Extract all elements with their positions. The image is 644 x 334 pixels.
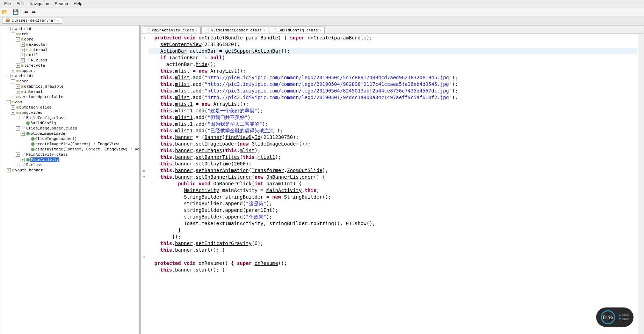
tree-label[interactable]: displayImage(Context, Object, ImageView)…: [35, 147, 140, 151]
collapse-icon[interactable]: −: [7, 27, 11, 31]
open-icon[interactable]: 📂: [1, 9, 8, 15]
network-stats: ▲ 0K/s ▼ 0K/s: [618, 313, 629, 321]
collapse-icon[interactable]: −: [16, 116, 20, 120]
tree-label[interactable]: GlideImageLoader: [30, 131, 67, 136]
class-circle-icon: [26, 121, 30, 125]
expand-icon[interactable]: +: [16, 90, 20, 94]
menu-file[interactable]: File: [2, 1, 13, 7]
separator: [21, 9, 21, 15]
collapse-icon[interactable]: −: [7, 74, 11, 78]
tree-label[interactable]: GlideImageLoader(): [35, 136, 77, 141]
expand-icon[interactable]: +: [11, 69, 15, 73]
tree-label[interactable]: core: [19, 79, 29, 83]
tree-label[interactable]: youth.banner: [15, 168, 43, 172]
separator: [10, 9, 10, 15]
tree-label[interactable]: core: [24, 37, 34, 42]
tree-label[interactable]: internal: [24, 89, 43, 94]
collapse-icon[interactable]: −: [11, 32, 15, 36]
editor-tab-mainactivity[interactable]: 📄MainActivity.class ✕: [143, 27, 201, 34]
expand-icon[interactable]: +: [7, 168, 11, 172]
close-icon[interactable]: ✕: [263, 28, 265, 32]
tree-label[interactable]: bumptech.glide: [19, 105, 52, 110]
tree-label[interactable]: createImageView(Context) : ImageView: [35, 142, 118, 146]
tree-label[interactable]: MainActivity.class: [26, 152, 68, 157]
tree-label[interactable]: com: [15, 100, 22, 104]
jar-tab-label: classes-dex2jar.jar: [12, 18, 56, 23]
close-icon[interactable]: ✕: [319, 28, 321, 32]
editor-tab-glideimageloader[interactable]: 📄GlideImageLoader.class ✕: [201, 27, 268, 34]
fold-icon[interactable]: ⊟: [141, 167, 147, 174]
tree-label[interactable]: androidx: [15, 74, 34, 78]
tree-label[interactable]: executor: [29, 42, 48, 47]
tree-label-selected[interactable]: MainActivity: [30, 157, 59, 162]
class-icon: 📄: [21, 116, 26, 120]
fold-icon[interactable]: ⊟: [141, 253, 147, 260]
system-widget[interactable]: 81% ▲ 0K/s ▼ 0K/s: [596, 307, 634, 327]
package-tree[interactable]: −⊞ android −⊞ arch −⊞ core +⊞ executor +…: [0, 25, 140, 334]
close-icon[interactable]: ✕: [195, 28, 197, 32]
expand-icon[interactable]: +: [21, 58, 25, 62]
menu-navigation[interactable]: Navigation: [27, 1, 51, 7]
tree-label[interactable]: BuildConfig: [30, 121, 56, 125]
fold-gutter[interactable]: ⊟⊟⊟⊟: [141, 34, 147, 334]
fold-icon[interactable]: ⊟: [141, 174, 147, 180]
tree-label[interactable]: support: [19, 68, 35, 73]
code-editor[interactable]: protected void onCreate(Bundle paramBund…: [147, 34, 638, 334]
expand-icon[interactable]: +: [21, 158, 25, 162]
collapse-icon[interactable]: −: [11, 79, 15, 83]
tab-label: BuildConfig.class: [278, 28, 318, 32]
fold-icon[interactable]: ⊟: [141, 35, 147, 41]
class-icon: 📄: [21, 126, 26, 130]
expand-icon[interactable]: +: [16, 64, 20, 68]
tree-label[interactable]: song.video: [19, 110, 42, 115]
class-circle-icon: [26, 158, 30, 162]
cpu-gauge-icon: 81%: [601, 310, 615, 324]
expand-icon[interactable]: +: [21, 53, 25, 57]
collapse-icon[interactable]: −: [16, 37, 20, 42]
class-circle-icon: [26, 132, 30, 135]
editor-tabs: 📄MainActivity.class ✕ 📄GlideImageLoader.…: [141, 25, 644, 34]
tree-label[interactable]: BuildConfig.class: [26, 116, 66, 120]
collapse-icon[interactable]: −: [21, 132, 25, 136]
vertical-scrollbar[interactable]: [638, 34, 644, 334]
collapse-icon[interactable]: −: [16, 153, 20, 157]
expand-icon[interactable]: +: [11, 105, 15, 110]
expand-icon[interactable]: +: [16, 163, 20, 167]
jar-icon: 📦: [5, 18, 10, 23]
file-icon: 📄: [204, 28, 209, 32]
tree-label[interactable]: R.class: [26, 163, 42, 167]
tree-label[interactable]: internal: [29, 47, 48, 52]
package-icon: ⊞: [21, 84, 23, 88]
tree-label[interactable]: android: [15, 27, 31, 31]
collapse-icon[interactable]: −: [7, 100, 11, 104]
tree-label[interactable]: graphics.drawable: [24, 84, 64, 89]
tree-label[interactable]: R.class: [31, 58, 47, 62]
method-circle-icon: [31, 137, 35, 141]
package-icon: ⊞: [12, 27, 14, 31]
tree-label[interactable]: lifecycle: [24, 63, 45, 68]
close-icon[interactable]: ✕: [57, 18, 59, 22]
class-icon: 📄: [26, 58, 30, 62]
collapse-icon[interactable]: −: [11, 111, 15, 115]
back-icon[interactable]: ⬅: [23, 9, 29, 15]
forward-icon[interactable]: ➡: [31, 9, 37, 15]
tree-label[interactable]: arch: [19, 32, 29, 36]
expand-icon[interactable]: +: [11, 95, 15, 99]
tree-label[interactable]: versionedparcelable: [19, 95, 63, 99]
save-icon[interactable]: 💾: [12, 9, 19, 15]
expand-icon[interactable]: +: [21, 43, 25, 47]
expand-icon[interactable]: +: [21, 48, 25, 52]
expand-icon[interactable]: +: [16, 84, 20, 89]
tree-label[interactable]: GlideImageLoader.class: [26, 126, 77, 131]
tree-label[interactable]: util: [29, 53, 38, 57]
menu-search[interactable]: Search: [53, 1, 70, 7]
package-icon: ⊞: [26, 53, 28, 57]
collapse-icon[interactable]: −: [16, 126, 20, 131]
editor-tab-buildconfig[interactable]: 📄BuildConfig.class ✕: [269, 27, 325, 34]
package-icon: ⊞: [21, 37, 23, 41]
package-icon: ⊞: [12, 74, 14, 78]
jar-tab[interactable]: 📦 classes-dex2jar.jar ✕: [2, 17, 62, 24]
tab-label: MainActivity.class: [152, 28, 194, 32]
menu-help[interactable]: Help: [72, 1, 85, 7]
menu-edit[interactable]: Edit: [14, 1, 26, 7]
